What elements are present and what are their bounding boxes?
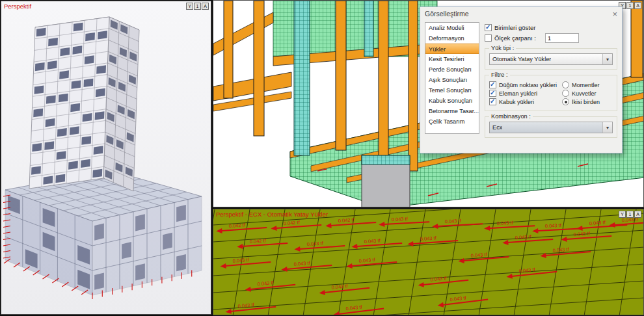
load-arrow: 0.043 tf <box>384 215 430 225</box>
radio-icon <box>562 90 569 97</box>
group-label: Filtre : <box>489 72 510 78</box>
filter-radio[interactable]: İkisi birden <box>562 98 613 105</box>
viewport-control-button[interactable]: 1 <box>626 2 634 9</box>
filter-checkbox-column: Düğüm noktası yükleriEleman yükleriKabuk… <box>489 80 562 107</box>
load-arrow: 0.042 tf <box>330 215 377 226</box>
load-arrow: 0.043 tf <box>299 239 345 250</box>
chevron-down-icon[interactable]: ▾ <box>602 122 612 133</box>
checkbox-icon <box>485 34 492 42</box>
load-arrow: 0.043 tf <box>286 258 332 270</box>
load-arrow: 0.043 tf <box>507 232 554 243</box>
load-arrow: 0.043 tf <box>442 293 488 306</box>
viewport-control-button[interactable]: 1 <box>194 3 201 10</box>
viewport-load-plot[interactable]: 0.042 tf0.042 tf0.042 tf0.043 tf0.043 tf… <box>213 209 644 315</box>
viewport-title: Perspektif <box>4 3 31 10</box>
load-type-select[interactable]: Otomatik Yatay Yükler ▾ <box>489 53 613 65</box>
load-arrow: 0.043 tf <box>230 300 276 312</box>
load-arrow-shaft <box>437 223 483 227</box>
load-arrow-layer: 0.042 tf0.042 tf0.042 tf0.043 tf0.043 tf… <box>213 209 644 315</box>
viewport-controls[interactable]: Y1A <box>186 3 209 10</box>
checkbox-label: Düğüm noktası yükleri <box>499 82 557 88</box>
group-label: Yük tipi : <box>489 45 516 51</box>
radio-label: Kuvvetler <box>572 90 597 97</box>
load-arrow: 0.043 tf <box>422 273 468 285</box>
filter-checkbox[interactable]: Kabuk yükleri <box>489 98 562 105</box>
dialog-list-item[interactable]: Analiz Modeli <box>425 23 479 33</box>
radio-icon <box>562 98 569 105</box>
radio-label: Momentler <box>572 82 600 88</box>
dialog-list-item[interactable]: Çelik Tasarım <box>425 116 479 127</box>
combination-select[interactable]: Ecx ▾ <box>489 122 613 133</box>
load-arrow: 0.043 tf <box>338 302 384 315</box>
checkbox-label: Birimleri göster <box>494 24 535 31</box>
viewport-control-button[interactable]: A <box>634 211 641 218</box>
dialog-category-list[interactable]: Analiz ModeliDeformasyonYüklerKesit Tesi… <box>425 22 479 134</box>
building-3d-model[interactable] <box>1 1 211 315</box>
load-arrow: 0.043 tf <box>351 255 397 267</box>
load-type-group: Yük tipi : Otomatik Yatay Yükler ▾ <box>485 45 617 70</box>
load-arrow: 0.043 tf <box>224 255 271 267</box>
dialog-list-item[interactable]: Aşık Sonuçları <box>425 75 479 85</box>
group-label: Kombinasyon : <box>489 113 533 120</box>
select-value: Ecx <box>492 124 502 131</box>
filter-checkbox[interactable]: Eleman yükleri <box>489 90 562 97</box>
load-arrow: 0.043 tf <box>511 265 557 277</box>
load-arrow: 0.043 tf <box>544 244 591 256</box>
dialog-titlebar[interactable]: Görselleştirme × <box>420 7 622 20</box>
dialog-list-item[interactable]: Temel Sonuçları <box>425 85 479 96</box>
filter-radio[interactable]: Momentler <box>562 81 613 88</box>
viewport-control-button[interactable]: A <box>634 2 641 9</box>
scale-factor-checkbox[interactable]: Ölçek çarpanı : <box>485 34 536 42</box>
combination-group: Kombinasyon : Ecx ▾ <box>485 113 617 138</box>
viewport-controls[interactable]: Y1A <box>619 211 641 218</box>
load-arrow: 0.043 tf <box>437 217 483 227</box>
load-arrow: 0.042 tf <box>276 218 322 229</box>
radio-label: İkisi birden <box>572 99 600 105</box>
dialog-list-item[interactable]: Perde Sonuçları <box>425 64 479 75</box>
load-arrow-shaft <box>489 225 535 229</box>
viewport-control-button[interactable]: Y <box>186 3 193 10</box>
checkbox-label: Eleman yükleri <box>499 90 537 97</box>
load-arrow: 0.043 tf <box>489 218 535 229</box>
load-arrow: 0.042 tf <box>242 236 288 247</box>
load-arrow: 0.043 tf <box>463 250 509 261</box>
viewport-title: Perspektif - ECX - Otomatik Yatay Yükler <box>216 211 328 218</box>
dialog-list-item[interactable]: Deformasyon <box>425 33 479 44</box>
filter-checkbox[interactable]: Düğüm noktası yükleri <box>489 81 562 88</box>
visualization-dialog: Görselleştirme × Analiz ModeliDeformasyo… <box>420 7 623 153</box>
checkbox-label: Ölçek çarpanı : <box>494 34 536 42</box>
select-value: Otomatik Yatay Yükler <box>492 56 551 62</box>
dialog-list-item[interactable]: Kabuk Sonuçları <box>425 96 479 106</box>
dialog-list-item[interactable]: Betonarme Tasar... <box>425 106 479 116</box>
close-icon[interactable]: × <box>612 10 617 18</box>
load-arrow: 0.043 tf <box>356 236 403 247</box>
dialog-title: Görselleştirme <box>425 10 469 18</box>
scale-factor-input[interactable] <box>545 33 579 43</box>
viewport-perspective-model[interactable]: Perspektif Y1A <box>1 1 211 315</box>
load-arrow-shaft <box>384 221 429 225</box>
dialog-list-item[interactable]: Kesit Tesirleri <box>425 54 479 64</box>
dialog-list-item[interactable]: Yükler <box>425 44 479 54</box>
filter-group: Filtre : Düğüm noktası yükleriEleman yük… <box>485 72 617 111</box>
load-arrow: 0.043 tf <box>566 229 612 240</box>
checkbox-icon <box>489 98 496 105</box>
filter-radio-column: MomentlerKuvvetlerİkisi birden <box>562 80 613 107</box>
viewport-control-button[interactable]: 1 <box>626 211 634 218</box>
viewport-control-button[interactable]: A <box>202 3 209 10</box>
load-arrow: 0.042 tf <box>221 220 267 231</box>
checkbox-icon <box>489 81 496 88</box>
checkbox-icon <box>485 24 492 31</box>
load-arrow: 0.043 tf <box>412 233 459 244</box>
checkbox-icon <box>489 90 496 97</box>
chevron-down-icon[interactable]: ▾ <box>602 54 612 64</box>
viewport-control-button[interactable]: Y <box>619 211 626 218</box>
show-units-checkbox[interactable]: Birimleri göster <box>485 24 617 31</box>
checkbox-label: Kabuk yükleri <box>499 99 534 105</box>
radio-icon <box>562 81 569 88</box>
filter-radio[interactable]: Kuvvetler <box>562 90 613 97</box>
load-arrow: 0.043 tf <box>249 278 295 290</box>
load-arrow: 0.043 tf <box>323 281 369 293</box>
